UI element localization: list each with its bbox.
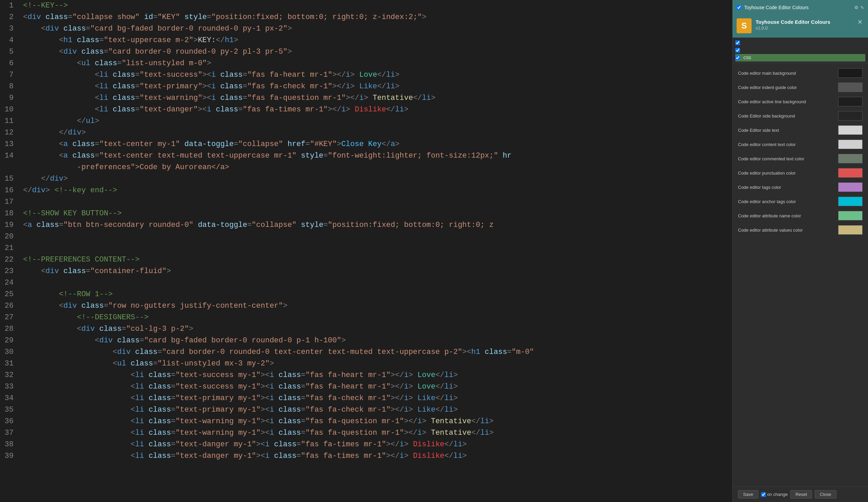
table-row: 22 <!--PREFERENCES CONTENT--> xyxy=(0,254,732,266)
panel-close-x-button[interactable]: ✕ xyxy=(856,18,864,26)
panel-header-icons: ⚙ ✎ xyxy=(855,4,864,11)
line-content: <div class="card bg-faded border-0 round… xyxy=(20,23,732,35)
color-swatch-punctuation[interactable] xyxy=(838,168,862,178)
table-row: 32 <li class="text-success my-1"><i clas… xyxy=(0,370,732,381)
line-number: 1 xyxy=(0,0,20,12)
color-swatch-attr-name[interactable] xyxy=(838,211,862,221)
color-label-anchor: Code editor anchor tags color xyxy=(738,199,838,204)
line-number: 19 xyxy=(0,219,20,231)
line-number: 3 xyxy=(0,23,20,35)
panel-color-list: Code editor main background Code editor … xyxy=(733,63,868,486)
table-row: 19 <a class="btn btn-secondary rounded-0… xyxy=(0,219,732,231)
line-content: <h1 class="text-uppercase m-2">KEY:</h1> xyxy=(20,35,732,46)
save-button[interactable]: Save xyxy=(738,490,758,499)
color-swatch-active-line[interactable] xyxy=(838,97,862,106)
line-number: 9 xyxy=(0,92,20,104)
color-swatch-side-bg[interactable] xyxy=(838,111,862,121)
color-row-content-text: Code editor content text color xyxy=(733,137,868,152)
table-row: 35 <li class="text-primary my-1"><i clas… xyxy=(0,404,732,416)
table-row: 34 <li class="text-primary my-1"><i clas… xyxy=(0,393,732,404)
color-swatch-content-text[interactable] xyxy=(838,140,862,149)
line-number: 12 xyxy=(0,127,20,139)
color-label-content-text: Code editor content text color xyxy=(738,142,838,147)
line-content: <li class="text-primary"><i class="fas f… xyxy=(20,81,732,92)
color-swatch-side-text[interactable] xyxy=(838,125,862,135)
line-content: <!--SHOW KEY BUTTON--> xyxy=(20,208,732,219)
panel-header-title: Toyhouse Code Editor Colours xyxy=(744,5,809,10)
line-content: <li class="text-primary my-1"><i class="… xyxy=(20,393,732,404)
color-swatch-anchor[interactable] xyxy=(838,197,862,206)
color-label-attr-name: Code editor attribute name color xyxy=(738,213,838,218)
checkbox-2[interactable] xyxy=(735,48,740,53)
line-number: 31 xyxy=(0,358,20,370)
color-swatch-comment[interactable] xyxy=(838,154,862,163)
line-number: 27 xyxy=(0,312,20,323)
line-content: <li class="text-warning my-1"><i class="… xyxy=(20,427,732,439)
color-swatch-indent[interactable] xyxy=(838,83,862,92)
line-content: <!--PREFERENCES CONTENT--> xyxy=(20,254,732,266)
color-swatch-tags[interactable] xyxy=(838,182,862,192)
line-number: 23 xyxy=(0,266,20,277)
color-swatch-main-bg[interactable] xyxy=(838,68,862,78)
on-change-checkbox[interactable] xyxy=(761,492,766,497)
color-row-side-text: Code Editor side text xyxy=(733,123,868,137)
color-row-comment: Code editor commented text color xyxy=(733,152,868,166)
line-number: 37 xyxy=(0,427,20,439)
table-row: 10 <li class="text-danger"><i class="fas… xyxy=(0,104,732,115)
line-content: <div class="row no-gutters justify-conte… xyxy=(20,300,732,312)
close-button[interactable]: Close xyxy=(815,490,836,499)
line-number: 28 xyxy=(0,323,20,335)
line-number: 4 xyxy=(0,35,20,46)
line-number: 30 xyxy=(0,347,20,358)
line-number: 36 xyxy=(0,416,20,427)
line-content: <ul class="list-unstyled mx-3 my-2"> xyxy=(20,358,732,370)
table-row: 18 <!--SHOW KEY BUTTON--> xyxy=(0,208,732,219)
table-row: 15 </div> xyxy=(0,173,732,185)
line-number: 26 xyxy=(0,300,20,312)
line-content: <li class="text-success my-1"><i class="… xyxy=(20,370,732,381)
panel-enable-checkbox[interactable] xyxy=(737,5,741,10)
line-continuation: -preferences">Code by Aurorean</a> xyxy=(0,162,229,173)
settings-panel: Toyhouse Code Editor Colours ⚙ ✎ S Toyho… xyxy=(732,0,868,502)
table-row: 39 <li class="text-danger my-1"><i class… xyxy=(0,450,732,462)
on-change-label: on change xyxy=(761,492,788,497)
plugin-version: v1.0.0 xyxy=(756,25,830,31)
line-content: <a class="text-center my-1" data-toggle=… xyxy=(20,139,732,150)
table-row: 17 xyxy=(0,196,732,208)
checkbox-label-css: CSS xyxy=(743,56,751,60)
color-swatch-attr-values[interactable] xyxy=(838,225,862,235)
line-content: <!--DESIGNERS--> xyxy=(20,312,732,323)
line-number: 15 xyxy=(0,173,20,185)
settings-icon[interactable]: ⚙ xyxy=(855,4,858,11)
table-row: 24 xyxy=(0,277,732,289)
line-number: 2 xyxy=(0,12,20,23)
line-number: 8 xyxy=(0,81,20,92)
panel-footer: Save on change Reset Close xyxy=(733,486,868,502)
checkbox-3[interactable] xyxy=(735,55,740,60)
checkbox-1[interactable] xyxy=(735,40,740,45)
line-content: <a class="text-center text-muted text-up… xyxy=(20,150,512,162)
table-row: 7 <li class="text-success"><i class="fas… xyxy=(0,69,732,81)
line-number: 17 xyxy=(0,196,20,208)
line-content: <li class="text-success"><i class="fas f… xyxy=(20,69,732,81)
table-row: 26 <div class="row no-gutters justify-co… xyxy=(0,300,732,312)
line-number: 25 xyxy=(0,289,20,300)
table-row: 38 <li class="text-danger my-1"><i class… xyxy=(0,439,732,450)
line-number: 34 xyxy=(0,393,20,404)
plugin-title: Toyhouse Code Editor Colours xyxy=(756,18,830,25)
line-content: <!--KEY--> xyxy=(20,0,732,12)
table-row: 3 <div class="card bg-faded border-0 rou… xyxy=(0,23,732,35)
line-content: <li class="text-danger"><i class="fas fa… xyxy=(20,104,732,115)
table-row: 8 <li class="text-primary"><i class="fas… xyxy=(0,81,732,92)
line-number: 10 xyxy=(0,104,20,115)
line-content: <div class="container-fluid"> xyxy=(20,266,732,277)
edit-icon[interactable]: ✎ xyxy=(860,4,864,11)
line-number: 21 xyxy=(0,243,20,254)
table-row: 12 </div> xyxy=(0,127,732,139)
line-content: <li class="text-success my-1"><i class="… xyxy=(20,381,732,393)
line-content: <div class="card bg-faded border-0 round… xyxy=(20,335,732,347)
reset-button[interactable]: Reset xyxy=(790,490,812,499)
line-number: 39 xyxy=(0,450,20,462)
line-content: <li class="text-danger my-1"><i class="f… xyxy=(20,439,732,450)
line-number: 32 xyxy=(0,370,20,381)
